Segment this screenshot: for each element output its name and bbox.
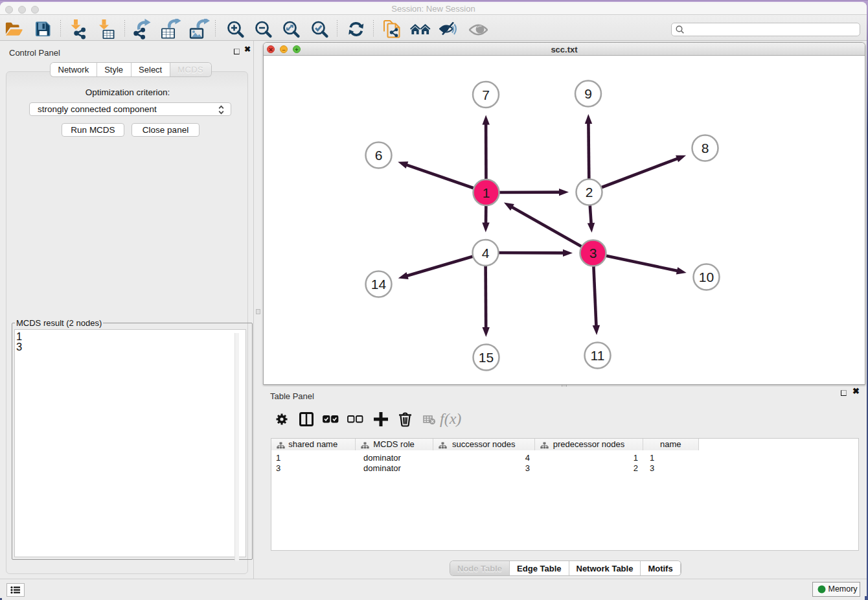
svg-text:6: 6 [375, 148, 383, 163]
svg-text:14: 14 [371, 277, 387, 292]
svg-text:7: 7 [482, 87, 490, 102]
svg-text:3: 3 [589, 246, 597, 260]
svg-text:4: 4 [482, 246, 490, 260]
svg-text:9: 9 [584, 86, 592, 101]
svg-text:1: 1 [483, 185, 490, 200]
svg-text:10: 10 [699, 270, 714, 284]
svg-text:15: 15 [479, 350, 494, 365]
svg-text:11: 11 [591, 348, 605, 363]
svg-text:8: 8 [702, 141, 709, 156]
svg-text:2: 2 [586, 185, 593, 200]
